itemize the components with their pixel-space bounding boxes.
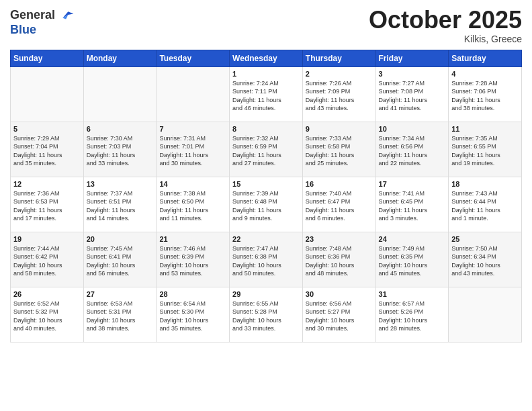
- day-info: Sunrise: 7:40 AM Sunset: 6:47 PM Dayligh…: [306, 189, 373, 223]
- calendar-cell: 10Sunrise: 7:34 AM Sunset: 6:56 PM Dayli…: [375, 122, 449, 177]
- day-number: 31: [379, 290, 446, 298]
- header-saturday: Saturday: [449, 50, 522, 66]
- calendar-cell: 30Sunrise: 6:56 AM Sunset: 5:27 PM Dayli…: [302, 287, 375, 342]
- day-info: Sunrise: 7:49 AM Sunset: 6:35 PM Dayligh…: [379, 244, 446, 278]
- day-info: Sunrise: 7:47 AM Sunset: 6:38 PM Dayligh…: [232, 244, 300, 278]
- day-info: Sunrise: 7:45 AM Sunset: 6:41 PM Dayligh…: [87, 244, 154, 278]
- day-info: Sunrise: 7:48 AM Sunset: 6:36 PM Dayligh…: [306, 244, 373, 278]
- month-title: October 2025: [369, 7, 522, 34]
- day-info: Sunrise: 7:37 AM Sunset: 6:51 PM Dayligh…: [87, 189, 154, 223]
- day-number: 24: [379, 235, 446, 243]
- calendar-cell: 23Sunrise: 7:48 AM Sunset: 6:36 PM Dayli…: [302, 232, 375, 287]
- day-number: 17: [379, 180, 446, 188]
- day-number: 7: [159, 125, 226, 133]
- day-info: Sunrise: 7:34 AM Sunset: 6:56 PM Dayligh…: [379, 134, 446, 168]
- calendar-cell: 29Sunrise: 6:55 AM Sunset: 5:28 PM Dayli…: [230, 287, 303, 342]
- day-info: Sunrise: 7:43 AM Sunset: 6:44 PM Dayligh…: [451, 189, 519, 223]
- day-info: Sunrise: 7:41 AM Sunset: 6:45 PM Dayligh…: [379, 189, 446, 223]
- day-number: 10: [379, 125, 446, 133]
- calendar-cell: 4Sunrise: 7:28 AM Sunset: 7:06 PM Daylig…: [449, 66, 522, 122]
- day-info: Sunrise: 7:39 AM Sunset: 6:48 PM Dayligh…: [232, 189, 300, 223]
- logo-bird-icon: [58, 7, 75, 23]
- calendar-cell: 5Sunrise: 7:29 AM Sunset: 7:04 PM Daylig…: [11, 122, 84, 177]
- calendar-cell: 22Sunrise: 7:47 AM Sunset: 6:38 PM Dayli…: [230, 232, 303, 287]
- calendar-week-3: 12Sunrise: 7:36 AM Sunset: 6:53 PM Dayli…: [11, 177, 522, 232]
- calendar-cell: 18Sunrise: 7:43 AM Sunset: 6:44 PM Dayli…: [449, 177, 522, 232]
- calendar-cell: [83, 66, 157, 122]
- calendar-cell: 11Sunrise: 7:35 AM Sunset: 6:55 PM Dayli…: [449, 122, 522, 177]
- calendar-header-row: Sunday Monday Tuesday Wednesday Thursday…: [11, 50, 522, 66]
- day-number: 26: [13, 290, 81, 298]
- day-number: 16: [306, 180, 373, 188]
- day-info: Sunrise: 7:36 AM Sunset: 6:53 PM Dayligh…: [13, 189, 81, 223]
- day-number: 6: [87, 125, 154, 133]
- location: Kilkis, Greece: [369, 34, 522, 44]
- day-number: 5: [13, 125, 81, 133]
- day-info: Sunrise: 6:56 AM Sunset: 5:27 PM Dayligh…: [306, 300, 373, 333]
- header-thursday: Thursday: [302, 50, 375, 66]
- logo: General Blue: [10, 7, 75, 37]
- calendar-cell: 15Sunrise: 7:39 AM Sunset: 6:48 PM Dayli…: [230, 177, 303, 232]
- day-number: 8: [232, 125, 300, 133]
- day-info: Sunrise: 6:57 AM Sunset: 5:26 PM Dayligh…: [379, 300, 446, 333]
- day-number: 21: [159, 235, 226, 243]
- day-info: Sunrise: 7:46 AM Sunset: 6:39 PM Dayligh…: [159, 244, 226, 278]
- day-info: Sunrise: 7:27 AM Sunset: 7:08 PM Dayligh…: [379, 79, 446, 113]
- logo-text-block: General Blue: [10, 7, 75, 37]
- calendar-cell: 7Sunrise: 7:31 AM Sunset: 7:01 PM Daylig…: [157, 122, 230, 177]
- day-info: Sunrise: 6:52 AM Sunset: 5:32 PM Dayligh…: [13, 300, 81, 333]
- day-number: 28: [159, 290, 226, 298]
- day-info: Sunrise: 6:53 AM Sunset: 5:31 PM Dayligh…: [87, 300, 154, 333]
- day-number: 19: [13, 235, 81, 243]
- calendar-cell: 27Sunrise: 6:53 AM Sunset: 5:31 PM Dayli…: [83, 287, 157, 342]
- day-number: 15: [232, 180, 300, 188]
- calendar-week-4: 19Sunrise: 7:44 AM Sunset: 6:42 PM Dayli…: [11, 232, 522, 287]
- header-tuesday: Tuesday: [157, 50, 230, 66]
- calendar-cell: 24Sunrise: 7:49 AM Sunset: 6:35 PM Dayli…: [375, 232, 449, 287]
- calendar-cell: 25Sunrise: 7:50 AM Sunset: 6:34 PM Dayli…: [449, 232, 522, 287]
- day-info: Sunrise: 7:32 AM Sunset: 6:59 PM Dayligh…: [232, 134, 300, 168]
- day-number: 23: [306, 235, 373, 243]
- page: General Blue October 2025 Kilkis, Greece…: [0, 0, 532, 411]
- day-number: 22: [232, 235, 300, 243]
- header-friday: Friday: [375, 50, 449, 66]
- calendar-cell: 20Sunrise: 7:45 AM Sunset: 6:41 PM Dayli…: [83, 232, 157, 287]
- day-number: 9: [306, 125, 373, 133]
- day-info: Sunrise: 7:28 AM Sunset: 7:06 PM Dayligh…: [451, 79, 519, 113]
- calendar-cell: 31Sunrise: 6:57 AM Sunset: 5:26 PM Dayli…: [375, 287, 449, 342]
- header: General Blue October 2025 Kilkis, Greece: [10, 7, 522, 44]
- day-info: Sunrise: 6:55 AM Sunset: 5:28 PM Dayligh…: [232, 300, 300, 333]
- day-info: Sunrise: 7:38 AM Sunset: 6:50 PM Dayligh…: [159, 189, 226, 223]
- day-info: Sunrise: 7:31 AM Sunset: 7:01 PM Dayligh…: [159, 134, 226, 168]
- calendar-week-5: 26Sunrise: 6:52 AM Sunset: 5:32 PM Dayli…: [11, 287, 522, 342]
- calendar-week-1: 1Sunrise: 7:24 AM Sunset: 7:11 PM Daylig…: [11, 66, 522, 122]
- calendar-cell: 1Sunrise: 7:24 AM Sunset: 7:11 PM Daylig…: [230, 66, 303, 122]
- calendar-table: Sunday Monday Tuesday Wednesday Thursday…: [10, 50, 522, 342]
- calendar-cell: 2Sunrise: 7:26 AM Sunset: 7:09 PM Daylig…: [302, 66, 375, 122]
- calendar-cell: 12Sunrise: 7:36 AM Sunset: 6:53 PM Dayli…: [11, 177, 84, 232]
- calendar-cell: 8Sunrise: 7:32 AM Sunset: 6:59 PM Daylig…: [230, 122, 303, 177]
- calendar-cell: [157, 66, 230, 122]
- calendar-cell: 16Sunrise: 7:40 AM Sunset: 6:47 PM Dayli…: [302, 177, 375, 232]
- day-number: 1: [232, 70, 300, 78]
- calendar-week-2: 5Sunrise: 7:29 AM Sunset: 7:04 PM Daylig…: [11, 122, 522, 177]
- day-info: Sunrise: 7:50 AM Sunset: 6:34 PM Dayligh…: [451, 244, 519, 278]
- day-number: 14: [159, 180, 226, 188]
- day-info: Sunrise: 7:24 AM Sunset: 7:11 PM Dayligh…: [232, 79, 300, 113]
- day-info: Sunrise: 7:26 AM Sunset: 7:09 PM Dayligh…: [306, 79, 373, 113]
- day-info: Sunrise: 7:29 AM Sunset: 7:04 PM Dayligh…: [13, 134, 81, 168]
- day-number: 25: [451, 235, 519, 243]
- calendar-cell: 28Sunrise: 6:54 AM Sunset: 5:30 PM Dayli…: [157, 287, 230, 342]
- day-number: 20: [87, 235, 154, 243]
- calendar-cell: 9Sunrise: 7:33 AM Sunset: 6:58 PM Daylig…: [302, 122, 375, 177]
- logo-blue: Blue: [10, 23, 36, 37]
- calendar-cell: 14Sunrise: 7:38 AM Sunset: 6:50 PM Dayli…: [157, 177, 230, 232]
- day-info: Sunrise: 7:30 AM Sunset: 7:03 PM Dayligh…: [87, 134, 154, 168]
- day-number: 27: [87, 290, 154, 298]
- day-info: Sunrise: 6:54 AM Sunset: 5:30 PM Dayligh…: [159, 300, 226, 333]
- logo-general: General: [10, 8, 55, 22]
- header-wednesday: Wednesday: [230, 50, 303, 66]
- calendar-cell: [11, 66, 84, 122]
- day-info: Sunrise: 7:33 AM Sunset: 6:58 PM Dayligh…: [306, 134, 373, 168]
- title-block: October 2025 Kilkis, Greece: [369, 7, 522, 44]
